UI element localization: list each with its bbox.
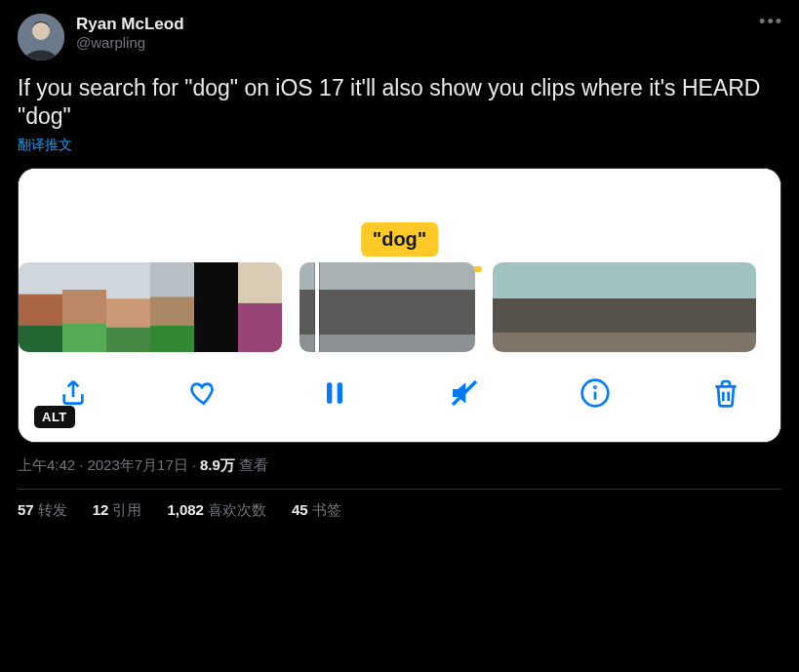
video-frame: [387, 262, 431, 352]
svg-point-1: [32, 22, 50, 40]
media-top-area: "dog": [19, 169, 780, 262]
info-button[interactable]: [576, 374, 615, 413]
alt-badge[interactable]: ALT: [34, 406, 75, 428]
svg-rect-3: [337, 382, 341, 403]
translate-link[interactable]: 翻译推文: [18, 137, 72, 154]
video-frame: [238, 262, 282, 352]
quote-stat[interactable]: 12引用: [93, 501, 142, 520]
display-name[interactable]: Ryan McLeod: [76, 14, 184, 34]
divider: [18, 489, 781, 490]
like-button[interactable]: [184, 374, 223, 413]
like-stat[interactable]: 1,082喜欢次数: [167, 501, 266, 520]
author-names: Ryan McLeod @warpling: [76, 14, 184, 53]
video-frame: [150, 262, 194, 352]
bookmark-stat[interactable]: 45书签: [292, 501, 341, 520]
tweet-header: Ryan McLeod @warpling: [18, 14, 781, 60]
clip-strip[interactable]: [19, 262, 282, 352]
tweet-time[interactable]: 上午4:42: [18, 456, 75, 473]
delete-button[interactable]: [706, 374, 745, 413]
video-frame: [537, 262, 580, 352]
video-frame: [62, 262, 106, 352]
media-card[interactable]: "dog": [18, 168, 781, 443]
stat-label: 喜欢次数: [208, 501, 266, 518]
video-frame: [712, 262, 756, 352]
search-term-label: "dog": [361, 222, 439, 257]
clip-strip[interactable]: [493, 262, 756, 352]
pause-icon: [319, 377, 350, 409]
speaker-muted-icon: [449, 377, 480, 409]
video-frame: [106, 262, 150, 352]
stat-number: 45: [292, 501, 308, 518]
video-timeline[interactable]: [19, 262, 780, 352]
info-icon: [579, 377, 611, 409]
share-icon: [58, 377, 89, 409]
stat-number: 57: [18, 501, 34, 518]
svg-point-7: [595, 386, 596, 387]
video-frame: [668, 262, 712, 352]
tweet-date[interactable]: 2023年7月17日: [87, 456, 187, 473]
handle[interactable]: @warpling: [76, 34, 184, 53]
video-frame: [624, 262, 668, 352]
video-frame: [431, 262, 475, 352]
stat-label: 转发: [38, 501, 67, 518]
media-controls: [19, 352, 780, 442]
avatar[interactable]: [18, 14, 64, 60]
video-frame: [19, 262, 62, 352]
stat-number: 12: [93, 501, 109, 518]
pause-button[interactable]: [315, 374, 354, 413]
video-frame: [343, 262, 387, 352]
more-options-button[interactable]: •••: [759, 12, 783, 32]
heart-icon: [188, 377, 220, 409]
mute-button[interactable]: [445, 374, 484, 413]
tweet-stats: 57转发 12引用 1,082喜欢次数 45书签: [18, 501, 781, 520]
clip-strip[interactable]: [300, 262, 475, 352]
retweet-stat[interactable]: 57转发: [18, 501, 67, 520]
svg-rect-2: [327, 382, 332, 403]
playhead[interactable]: [315, 262, 319, 352]
stat-label: 书签: [312, 501, 341, 518]
video-frame: [493, 262, 537, 352]
view-count: 8.9万: [200, 456, 235, 473]
stat-number: 1,082: [167, 501, 204, 518]
tweet-meta: 上午4:42·2023年7月17日·8.9万 查看: [18, 456, 781, 475]
video-frame: [580, 262, 624, 352]
view-label: 查看: [239, 456, 268, 473]
stat-label: 引用: [112, 501, 141, 518]
tweet-text: If you search for "dog" on iOS 17 it'll …: [18, 74, 781, 131]
trash-icon: [710, 377, 741, 409]
video-frame: [194, 262, 238, 352]
video-frame: [300, 262, 343, 352]
tweet-container: ••• Ryan McLeod @warpling If you search …: [0, 0, 799, 530]
avatar-image: [18, 14, 64, 60]
